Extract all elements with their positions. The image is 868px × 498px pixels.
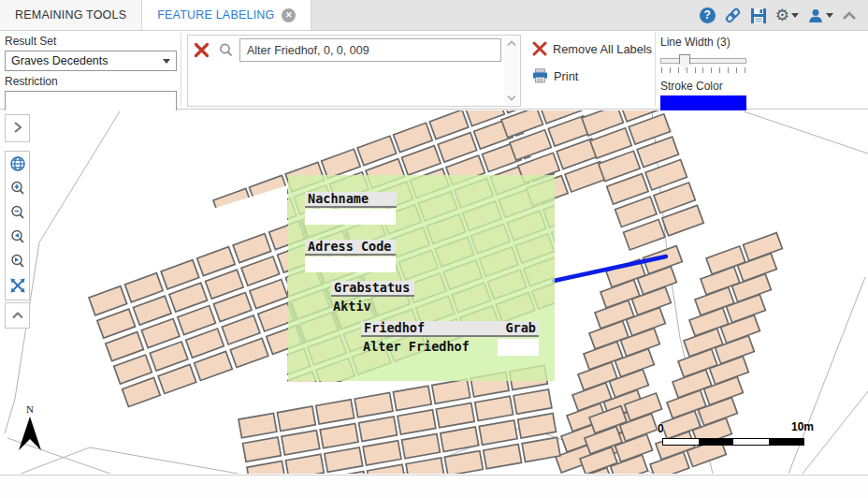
zoom-out-button[interactable] [6, 200, 29, 225]
actions-section: Remove All Labels Print [532, 38, 652, 93]
scroll-down-button[interactable] [504, 91, 519, 105]
save-icon [750, 7, 767, 24]
label-header-friedhof-grab: Friedhof Grab [361, 321, 539, 337]
zoom-in-button[interactable] [6, 176, 29, 200]
label-header-adress-code: Adress Code [305, 240, 396, 256]
north-arrow: N [13, 403, 47, 456]
chevron-down-icon [507, 95, 516, 101]
scroll-up-button[interactable] [504, 37, 519, 51]
north-arrow-icon [18, 415, 42, 452]
divider [181, 33, 181, 106]
user-button[interactable] [807, 7, 833, 25]
print-button[interactable]: Print [532, 66, 652, 86]
stroke-color-label: Stroke Color [660, 80, 746, 93]
tab-bar: REMAINING TOOLS FEATURE LABELING ✕ ? [0, 0, 868, 31]
full-extent-icon [9, 277, 26, 294]
search-button[interactable] [214, 38, 237, 61]
print-label: Print [554, 69, 578, 83]
full-extent-button[interactable] [6, 273, 29, 298]
restriction-label: Restriction [5, 75, 177, 88]
label-list-panel: Alter Friedhof, 0, 0, 009 [187, 35, 521, 107]
zoom-previous-icon [9, 228, 26, 245]
status-bar [0, 475, 868, 498]
north-label: N [13, 403, 47, 415]
restriction-input[interactable] [5, 91, 177, 111]
zoom-in-icon [9, 180, 26, 197]
result-set-value: Graves Decedents [11, 54, 108, 67]
close-icon[interactable]: ✕ [282, 8, 296, 22]
label-search-input[interactable]: Alter Friedhof, 0, 0, 009 [239, 38, 501, 62]
zoom-next-icon [9, 253, 26, 270]
zoom-previous-button[interactable] [6, 225, 29, 249]
label-value-friedhof: Alter Friedhof [363, 339, 470, 354]
collapse-button[interactable] [842, 7, 857, 25]
chevron-up-icon [842, 10, 857, 22]
tab-remaining-tools[interactable]: REMAINING TOOLS [0, 0, 142, 30]
help-button[interactable]: ? [700, 7, 716, 25]
remove-all-labels-label: Remove All Labels [553, 42, 652, 56]
chevron-down-icon [791, 13, 799, 18]
globe-button[interactable] [6, 152, 29, 176]
link-icon [724, 7, 742, 24]
scale-zero-label: 0 [658, 422, 664, 435]
scale-max-label: 10m [791, 420, 814, 433]
label-search-text: Alter Friedhof, 0, 0, 009 [247, 44, 369, 57]
chevron-down-icon [163, 59, 170, 64]
chevron-down-icon [826, 13, 833, 18]
red-x-icon [194, 42, 210, 58]
map-canvas[interactable]: Nachname Adress Code Grabstatus Aktiv Fr… [0, 110, 868, 474]
tab-feature-labeling[interactable]: FEATURE LABELING ✕ [142, 0, 311, 30]
search-icon [218, 42, 234, 58]
chevron-up-icon [11, 310, 24, 321]
slider-track[interactable] [660, 58, 746, 64]
label-header-friedhof: Friedhof [364, 321, 425, 335]
link-button[interactable] [724, 7, 742, 25]
line-width-label: Line Width (3) [660, 36, 746, 49]
result-set-label: Result Set [5, 35, 177, 48]
scale-bar-segments [662, 438, 804, 446]
label-value-box-nachname [305, 209, 396, 225]
tab-feature-labeling-label: FEATURE LABELING [157, 8, 274, 22]
divider [655, 33, 656, 106]
label-value-grabstatus: Aktiv [333, 299, 371, 314]
printer-icon [532, 68, 548, 83]
zoom-next-button[interactable] [6, 249, 29, 273]
label-value-box-grab [498, 339, 539, 356]
scale-bar: 0 10m [655, 422, 821, 448]
settings-button[interactable]: ⚙ [775, 7, 799, 25]
clear-search-button[interactable] [190, 38, 212, 61]
user-icon [807, 7, 824, 24]
label-header-nachname: Nachname [305, 192, 397, 208]
line-width-slider[interactable] [660, 53, 746, 74]
save-button[interactable] [750, 7, 767, 25]
zoom-out-icon [9, 204, 26, 221]
topbar-icon-group: ? ⚙ [700, 0, 868, 31]
chevron-right-icon [12, 121, 23, 134]
feature-label-overlay: Nachname Adress Code Grabstatus Aktiv Fr… [288, 175, 555, 381]
chevron-up-icon [507, 40, 516, 47]
label-header-grab: Grab [505, 321, 536, 335]
result-set-select[interactable]: Graves Decedents [5, 51, 177, 71]
slider-ticks [661, 67, 745, 73]
globe-icon [9, 155, 26, 172]
help-icon: ? [700, 7, 716, 23]
tab-remaining-tools-label: REMAINING TOOLS [15, 8, 126, 22]
red-x-icon [532, 41, 547, 56]
line-style-section: Line Width (3) Stroke Color [660, 36, 746, 116]
label-header-grabstatus: Grabstatus [331, 281, 414, 297]
feature-labeling-toolbar: Result Set Graves Decedents Restriction … [0, 31, 868, 110]
result-set-section: Result Set Graves Decedents Restriction [5, 35, 177, 111]
remove-all-labels-button[interactable]: Remove All Labels [532, 38, 652, 59]
label-value-box-adress-code [305, 256, 396, 272]
gear-icon: ⚙ [775, 7, 789, 24]
expand-panel-button[interactable] [5, 114, 30, 142]
map-tool-group [5, 151, 30, 300]
list-scrollbar[interactable] [504, 37, 519, 105]
collapse-tools-button[interactable] [5, 302, 30, 329]
